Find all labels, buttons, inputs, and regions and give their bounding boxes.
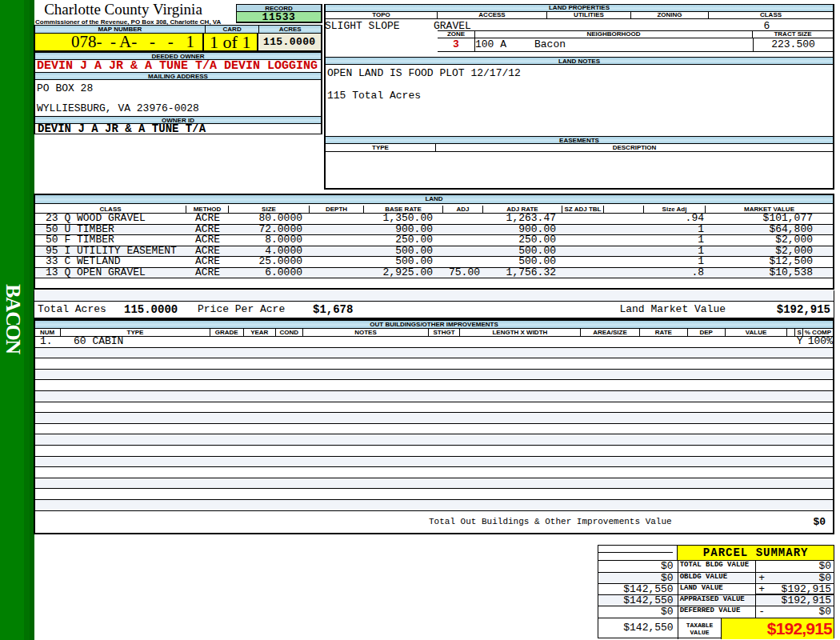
deeded-owner-value[interactable]: DEVIN J A JR & A TUNE T/A DEVIN LOGGING bbox=[35, 60, 321, 72]
mailing-address: PO BOX 28 WYLLIESBURG, VA 23976-0028 bbox=[35, 80, 321, 116]
parcel-row-obldg: $0 OBLDG VALUE +$0 bbox=[598, 573, 834, 584]
tract-size-label: TRACT SIZE bbox=[753, 31, 833, 38]
land-cell-method: ACRE bbox=[186, 214, 229, 224]
ob-col-area: AREA/SIZE bbox=[581, 329, 640, 336]
out-buildings-title: OUT BUILDINGS/OTHER IMPROVEMENTS bbox=[35, 321, 833, 329]
land-properties-headers: TOPO ACCESS UTILITIES ZONING CLASS bbox=[326, 12, 833, 19]
tract-size-value[interactable]: 223.500 bbox=[753, 38, 833, 51]
land-cell-size: 80.0000 bbox=[229, 214, 310, 224]
ob-col-value: VALUE bbox=[726, 329, 788, 336]
acres-value[interactable]: 115.0000 bbox=[258, 34, 321, 50]
neighborhood-code[interactable]: 100 A bbox=[475, 38, 506, 51]
land-cell-adj bbox=[443, 214, 483, 224]
ob-cell-num: 1. bbox=[35, 337, 61, 347]
land-cell-adj bbox=[443, 257, 483, 267]
mailing-address-line1[interactable]: PO BOX 28 bbox=[37, 80, 321, 102]
utilities-label: UTILITIES bbox=[547, 12, 631, 18]
land-cell-size: 25.0000 bbox=[229, 257, 310, 267]
value-text: $192,915 bbox=[782, 594, 831, 606]
taxable-label-line1: TAXABLE bbox=[678, 622, 722, 629]
land-table-headers: CLASS METHOD SIZE DEPTH BASE RATE ADJ AD… bbox=[35, 204, 833, 214]
out-building-row[interactable]: 1. 60 CABIN Y 100% bbox=[35, 337, 833, 348]
taxable-value[interactable]: $192,915 bbox=[722, 618, 834, 639]
empty-row bbox=[35, 370, 833, 381]
county-title: Charlotte County Virginia bbox=[35, 2, 211, 17]
prev-land-value[interactable]: $142,550 bbox=[598, 584, 678, 594]
land-cell-adj bbox=[443, 235, 483, 246]
land-market-value-label: Land Market Value bbox=[619, 302, 726, 318]
prev-taxable-value[interactable]: $142,550 bbox=[598, 618, 678, 639]
ob-col-blank bbox=[787, 329, 795, 336]
empty-row bbox=[35, 500, 833, 511]
mailing-address-line2[interactable]: WYLLIESBURG, VA 23976-0028 bbox=[37, 102, 321, 114]
land-row[interactable]: 13 Q OPEN GRAVELACRE6.00002,925.0075.001… bbox=[35, 268, 833, 279]
prev-obldg-value[interactable]: $0 bbox=[598, 573, 678, 583]
out-buildings-total-row: Total Out Buildings & Other Improvements… bbox=[35, 511, 833, 533]
record-number[interactable]: 11533 bbox=[237, 12, 321, 23]
ob-cell-blank bbox=[303, 337, 430, 347]
map-number-value[interactable]: 078- - A- - - 1 bbox=[35, 34, 204, 50]
land-cell-base_rate: 500.00 bbox=[364, 257, 443, 267]
deferred-value[interactable]: -$0 bbox=[756, 606, 834, 618]
land-row[interactable]: 33 C WETLANDACRE25.0000500.00500.001$12,… bbox=[35, 257, 833, 268]
ob-cell-s: Y bbox=[795, 337, 803, 347]
appraised-value[interactable]: $192,915 bbox=[756, 595, 834, 606]
prev-appraised-value[interactable]: $142,550 bbox=[598, 595, 678, 606]
taxable-label-line2: VALUE bbox=[678, 629, 722, 636]
land-cell-depth bbox=[310, 246, 364, 257]
land-cell-base_rate: 1,350.00 bbox=[364, 214, 443, 224]
price-per-acre-value[interactable]: $1,678 bbox=[313, 302, 353, 318]
parcel-summary-title: PARCEL SUMMARY bbox=[678, 546, 834, 560]
land-cell-method: ACRE bbox=[186, 235, 229, 246]
record-box: RECORD 11533 bbox=[236, 4, 322, 23]
land-cell-class: 33 C WETLAND bbox=[35, 257, 186, 267]
land-totals: Total Acres 115.0000 Price Per Acre $1,6… bbox=[34, 290, 834, 319]
land-cell-depth bbox=[310, 214, 364, 224]
ob-col-dep: DEP bbox=[688, 329, 726, 336]
owner-id-value[interactable]: DEVIN J A JR & A TUNE T/A bbox=[35, 124, 321, 134]
card-value[interactable]: 1 of 1 bbox=[204, 34, 258, 50]
topo-value[interactable]: SLIGHT SLOPE bbox=[325, 21, 400, 32]
land-cell-sz_adj_tbl bbox=[562, 225, 604, 235]
land-notes-title: LAND NOTES bbox=[326, 57, 833, 65]
parcel-summary-header: PARCEL SUMMARY bbox=[598, 546, 834, 561]
land-cell-size: 6.0000 bbox=[229, 268, 310, 278]
out-buildings-total-value[interactable]: $0 bbox=[813, 516, 826, 528]
land-cell-class: 13 Q OPEN GRAVEL bbox=[35, 268, 186, 278]
zoning-label: ZONING bbox=[631, 12, 709, 18]
land-cell-blank bbox=[604, 257, 644, 267]
land-row[interactable]: 50 U TIMBERACRE72.0000900.00900.001$64,8… bbox=[35, 225, 833, 236]
total-bldg-value[interactable]: $0 bbox=[756, 561, 834, 572]
land-cell-sz_adj_tbl bbox=[562, 246, 604, 257]
neighborhood-vertical-label: B A C O N bbox=[0, 284, 34, 354]
empty-row bbox=[35, 489, 833, 500]
prev-total-bldg-value[interactable]: $0 bbox=[598, 561, 678, 572]
total-bldg-label: TOTAL BLDG VALUE bbox=[678, 561, 757, 572]
ob-cell-blank bbox=[640, 337, 688, 347]
total-acres-value[interactable]: 115.0000 bbox=[124, 302, 178, 318]
empty-row bbox=[35, 380, 833, 391]
easement-type-label: TYPE bbox=[326, 144, 436, 151]
obldg-value[interactable]: +$0 bbox=[756, 573, 834, 583]
parcel-row-total-bldg: $0 TOTAL BLDG VALUE $0 bbox=[598, 561, 834, 573]
land-cell-adj_rate: 1,263.47 bbox=[483, 214, 562, 224]
neighborhood-name[interactable]: Bacon bbox=[534, 38, 566, 51]
land-cell-blank bbox=[604, 225, 644, 235]
easements-headers: TYPE DESCRIPTION bbox=[326, 144, 833, 152]
land-cell-size_adj: 1 bbox=[644, 246, 706, 257]
land-cell-adj_rate: 1,756.32 bbox=[483, 268, 562, 278]
ob-cell-type: 60 CABIN bbox=[61, 337, 210, 347]
topo-label: TOPO bbox=[326, 12, 438, 18]
zone-value[interactable]: 3 bbox=[438, 38, 475, 51]
land-value[interactable]: +$192,915 bbox=[756, 584, 834, 595]
prev-deferred-value[interactable]: $0 bbox=[598, 606, 678, 618]
ob-col-year: YEAR bbox=[244, 329, 277, 336]
ob-col-lxw: LENGTH X WIDTH bbox=[460, 329, 581, 336]
parcel-row-deferred: $0 DEFERRED VALUE -$0 bbox=[598, 606, 834, 618]
land-row[interactable]: 23 Q WOOD GRAVELACRE80.00001,350.001,263… bbox=[35, 214, 833, 225]
land-cell-size: 8.0000 bbox=[229, 235, 310, 246]
land-market-value[interactable]: $192,915 bbox=[777, 302, 830, 318]
empty-row bbox=[35, 358, 833, 370]
land-row[interactable]: 95 I UTILITY EASEMENTACRE4.0000500.00500… bbox=[35, 246, 833, 258]
value-text: $0 bbox=[818, 606, 831, 618]
